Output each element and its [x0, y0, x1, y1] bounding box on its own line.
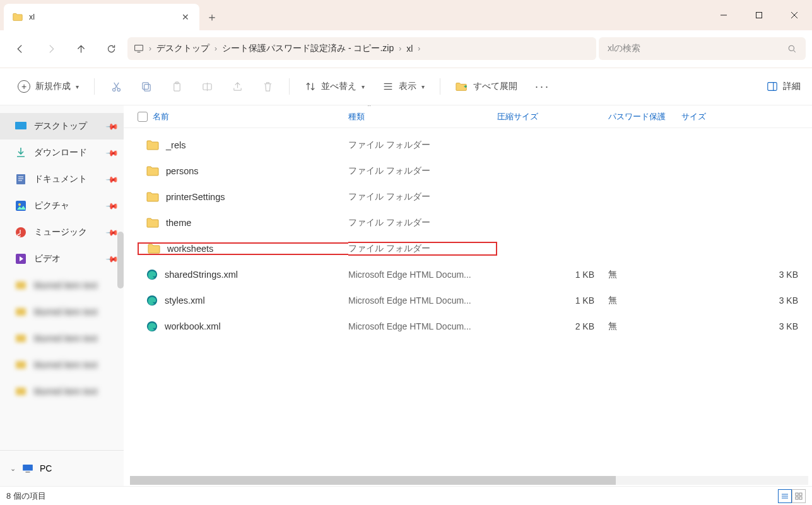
item-count: 8 個の項目: [6, 490, 46, 502]
sidebar-item[interactable]: ピクチャ 📌: [0, 193, 124, 219]
chevron-down-icon: ▾: [76, 83, 79, 90]
file-row[interactable]: personsファイル フォルダー: [138, 158, 812, 184]
file-password: 無: [608, 295, 681, 306]
sidebar-item-blurred[interactable]: blurred item text: [0, 378, 124, 405]
column-name[interactable]: 名前: [153, 111, 169, 122]
sidebar: デスクトップ 📌 ダウンロード 📌 ドキュメント 📌 ピクチャ 📌 ミュージック…: [0, 105, 124, 486]
cut-button[interactable]: [103, 81, 129, 93]
thumbnails-view-button[interactable]: [792, 489, 806, 503]
view-button[interactable]: 表示 ▾: [376, 77, 431, 96]
extract-all-button[interactable]: すべて展開: [449, 77, 524, 96]
details-pane-button[interactable]: 詳細: [767, 81, 801, 92]
folder-icon: [146, 140, 159, 150]
chevron-right-icon[interactable]: ›: [211, 44, 221, 53]
rename-button[interactable]: [194, 81, 220, 93]
svg-rect-37: [23, 465, 33, 471]
sidebar-item-blurred[interactable]: blurred item text: [0, 352, 124, 378]
window-tab[interactable]: xl ✕: [4, 4, 199, 30]
chevron-right-icon[interactable]: ›: [395, 44, 405, 53]
new-button[interactable]: + 新規作成 ▾: [11, 76, 85, 97]
pin-icon[interactable]: 📌: [105, 172, 119, 186]
pin-icon[interactable]: 📌: [105, 119, 119, 133]
file-row[interactable]: printerSettingsファイル フォルダー: [138, 184, 812, 210]
file-size: 3 KB: [681, 321, 812, 331]
svg-rect-14: [174, 83, 180, 90]
paste-button[interactable]: [164, 81, 189, 93]
sidebar-item-icon: [15, 200, 26, 211]
file-name: persons: [166, 166, 199, 176]
file-type: ファイル フォルダー: [348, 242, 497, 256]
column-compressed-size[interactable]: 圧縮サイズ: [497, 112, 538, 121]
close-button[interactable]: [777, 0, 812, 30]
column-headers[interactable]: 名前 ⌃ 種類 圧縮サイズ パスワード保護 サイズ: [124, 105, 812, 128]
sidebar-scrollbar[interactable]: [117, 232, 124, 288]
column-size[interactable]: サイズ: [681, 112, 706, 121]
chevron-right-icon[interactable]: ›: [145, 44, 155, 53]
sidebar-item[interactable]: ダウンロード 📌: [0, 140, 124, 166]
sidebar-item-icon: [15, 227, 26, 238]
sort-button[interactable]: 並べ替え ▾: [298, 77, 371, 96]
svg-rect-4: [135, 45, 143, 50]
file-size: 3 KB: [681, 295, 812, 306]
share-button[interactable]: [225, 81, 250, 93]
file-password: 無: [608, 321, 681, 332]
column-type[interactable]: 種類: [348, 112, 365, 121]
copy-button[interactable]: [134, 81, 159, 93]
file-row[interactable]: _relsファイル フォルダー: [138, 132, 812, 158]
sidebar-item[interactable]: ビデオ 📌: [0, 246, 124, 272]
svg-rect-1: [756, 13, 762, 18]
window-controls: [706, 0, 812, 30]
more-button[interactable]: ···: [529, 76, 556, 97]
column-password[interactable]: パスワード保護: [608, 112, 666, 121]
sidebar-item[interactable]: デスクトップ 📌: [0, 113, 124, 140]
horizontal-scrollbar[interactable]: [130, 476, 808, 485]
breadcrumb[interactable]: › デスクトップ › シート保護パスワード設定済み - コピー.zip › xl…: [127, 37, 596, 60]
search-placeholder: xlの検索: [608, 43, 787, 54]
status-bar: 8 個の項目: [0, 486, 812, 505]
chevron-down-icon: ▾: [362, 83, 365, 90]
toolbar: + 新規作成 ▾ 並べ替え ▾ 表示 ▾ すべて展開 ··· 詳細: [0, 68, 812, 105]
back-button[interactable]: [6, 35, 34, 62]
breadcrumb-segment[interactable]: デスクトップ: [156, 43, 209, 54]
file-row[interactable]: sharedStrings.xmlMicrosoft Edge HTML Doc…: [138, 261, 812, 287]
breadcrumb-segment[interactable]: シート保護パスワード設定済み - コピー.zip: [222, 43, 394, 54]
file-type: Microsoft Edge HTML Docum...: [348, 321, 497, 331]
sidebar-item-icon: [15, 121, 26, 132]
edge-icon: [146, 295, 158, 306]
sidebar-item-label: ドキュメント: [34, 174, 87, 185]
file-row[interactable]: worksheetsファイル フォルダー: [138, 235, 812, 261]
sidebar-item[interactable]: ミュージック 📌: [0, 219, 124, 246]
sort-icon: [305, 81, 316, 92]
file-name: workbook.xml: [165, 321, 221, 331]
sidebar-item-blurred[interactable]: blurred item text: [0, 272, 124, 299]
new-tab-button[interactable]: ＋: [199, 4, 225, 30]
minimize-button[interactable]: [706, 0, 741, 30]
sidebar-item[interactable]: ドキュメント 📌: [0, 166, 124, 193]
up-button[interactable]: [67, 35, 95, 62]
svg-point-6: [789, 45, 794, 50]
file-type: Microsoft Edge HTML Docum...: [348, 295, 497, 306]
file-row[interactable]: themeファイル フォルダー: [138, 210, 812, 235]
forward-button[interactable]: [37, 35, 64, 62]
breadcrumb-segment[interactable]: xl: [406, 44, 413, 54]
search-icon: [787, 44, 797, 54]
details-view-button[interactable]: [778, 489, 792, 503]
pin-icon[interactable]: 📌: [105, 199, 119, 213]
maximize-button[interactable]: [741, 0, 777, 30]
sidebar-pc[interactable]: ⌄ PC: [0, 458, 124, 478]
select-all-checkbox[interactable]: [138, 112, 148, 122]
sidebar-item-blurred[interactable]: blurred item text: [0, 325, 124, 352]
file-row[interactable]: styles.xmlMicrosoft Edge HTML Docum...1 …: [138, 287, 812, 313]
pin-icon[interactable]: 📌: [105, 146, 119, 160]
svg-point-29: [18, 203, 21, 206]
search-box[interactable]: xlの検索: [599, 37, 806, 60]
file-row[interactable]: workbook.xmlMicrosoft Edge HTML Docum...…: [138, 313, 812, 339]
refresh-button[interactable]: [97, 35, 125, 62]
sort-indicator-icon: ⌃: [367, 105, 372, 110]
chevron-right-icon[interactable]: ›: [414, 44, 424, 53]
file-name: sharedStrings.xml: [165, 270, 238, 280]
delete-button[interactable]: [255, 81, 280, 93]
svg-rect-38: [26, 472, 30, 472]
tab-close-button[interactable]: ✕: [180, 12, 191, 22]
sidebar-item-blurred[interactable]: blurred item text: [0, 299, 124, 325]
